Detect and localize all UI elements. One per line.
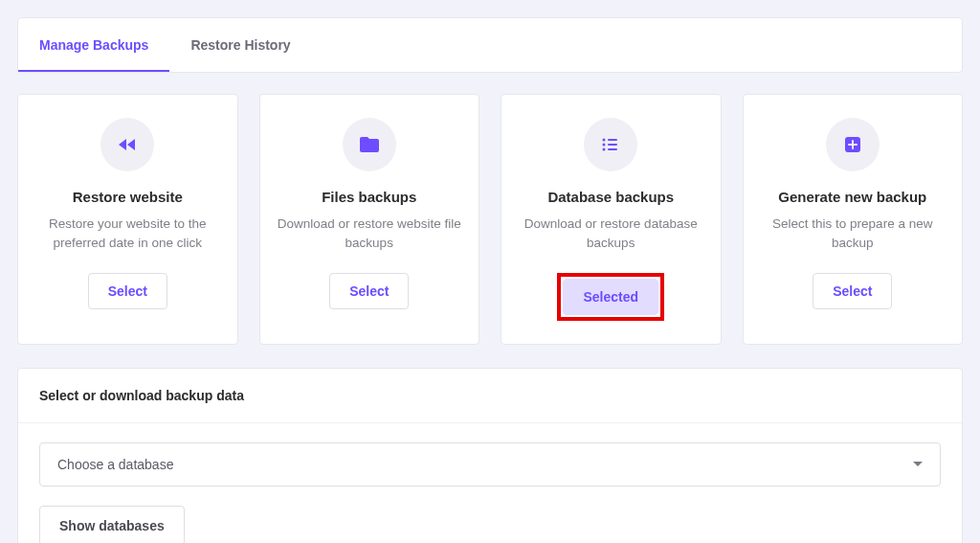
database-dropdown[interactable]: Choose a database — [39, 442, 941, 486]
card-desc: Download or restore database backups — [519, 215, 703, 254]
add-icon — [826, 118, 880, 171]
select-button[interactable]: Select — [813, 273, 892, 309]
selected-button[interactable]: Selected — [563, 279, 658, 315]
card-title: Restore website — [73, 189, 183, 205]
folder-icon — [343, 118, 396, 171]
card-title: Database backups — [547, 189, 674, 205]
chevron-down-icon — [913, 462, 923, 466]
tab-manage-backups[interactable]: Manage Backups — [18, 18, 169, 72]
card-title: Files backups — [322, 189, 416, 205]
list-icon — [584, 118, 637, 171]
tabs-bar: Manage Backups Restore History — [17, 17, 963, 73]
section-title: Select or download backup data — [18, 369, 962, 423]
cards-row: Restore website Restore your website to … — [17, 94, 963, 345]
card-desc: Select this to prepare a new backup — [761, 215, 946, 254]
dropdown-placeholder: Choose a database — [57, 457, 173, 472]
svg-rect-3 — [608, 144, 617, 146]
card-generate-new-backup: Generate new backup Select this to prepa… — [743, 94, 964, 345]
svg-point-2 — [603, 144, 606, 147]
select-button[interactable]: Select — [329, 273, 409, 309]
svg-rect-1 — [608, 139, 617, 141]
card-restore-website: Restore website Restore your website to … — [17, 94, 238, 345]
card-database-backups: Database backups Download or restore dat… — [501, 94, 722, 345]
section-body: Choose a database Show databases — [18, 423, 962, 544]
svg-rect-5 — [608, 148, 617, 150]
svg-point-4 — [603, 148, 606, 151]
card-desc: Restore your website to the preferred da… — [35, 215, 220, 254]
svg-point-0 — [603, 139, 606, 142]
card-desc: Download or restore website file backups — [278, 215, 462, 254]
tab-restore-history[interactable]: Restore History — [169, 18, 311, 72]
annotation-highlight: Selected — [557, 273, 664, 321]
rewind-icon — [100, 118, 154, 171]
select-button[interactable]: Select — [88, 273, 167, 309]
show-databases-button[interactable]: Show databases — [39, 506, 185, 544]
section-select-download: Select or download backup data Choose a … — [17, 368, 963, 544]
card-title: Generate new backup — [778, 189, 926, 205]
card-files-backups: Files backups Download or restore websit… — [259, 94, 480, 345]
